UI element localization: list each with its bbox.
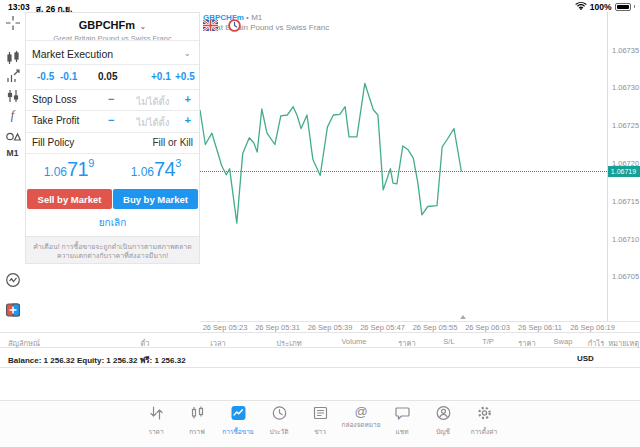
fill-policy-value: Fill or Kill	[152, 137, 193, 148]
col-swap: Swap	[554, 337, 573, 346]
price-chart[interactable]: GBPCHFm • M1 Great Britain Pound vs Swis…	[200, 12, 640, 330]
symbol-name: GBPCHFm	[79, 19, 135, 31]
accounts-icon	[435, 405, 451, 425]
price-axis-line	[607, 12, 608, 321]
col-tp: T/P	[482, 337, 494, 346]
chat-icon	[394, 405, 410, 425]
volume-stepper: -0.5 -0.1 0.05 +0.1 +0.5	[26, 64, 199, 89]
sell-price: 1.06719	[26, 157, 112, 181]
current-price-line	[200, 171, 607, 172]
tab-history[interactable]: ประวัติ	[259, 405, 300, 437]
order-type-value: Market Execution	[32, 48, 113, 60]
trade-icon	[230, 405, 246, 425]
x-axis-tick: 26 Sep 05:23	[203, 323, 248, 332]
signals-icon[interactable]	[0, 271, 25, 289]
y-axis-tick: 1.06725	[612, 121, 639, 130]
buy-price: 1.06743	[113, 157, 199, 181]
x-axis-tick: 26 Sep 05:31	[255, 323, 300, 332]
order-panel: GBPCHFm ⌄ Great Britain Pound vs Swiss F…	[25, 12, 200, 264]
x-axis-tick: 26 Sep 06:19	[570, 323, 615, 332]
metaquotes-logo-icon[interactable]	[0, 301, 25, 319]
tab-chart[interactable]: กราฟ	[177, 405, 218, 437]
tab-quotes[interactable]: ราคา	[136, 405, 177, 437]
take-profit-label: Take Profit	[32, 115, 79, 126]
current-bar-marker-icon	[460, 315, 466, 319]
chart-icon	[189, 405, 205, 425]
chart-event-flags	[203, 19, 241, 32]
candlestick-icon[interactable]	[0, 49, 25, 67]
stop-loss-minus-button[interactable]: −	[108, 93, 114, 105]
battery-icon	[615, 3, 631, 11]
function-indicator-icon[interactable]: f	[0, 106, 25, 124]
battery-nub	[634, 5, 636, 8]
chevron-down-icon: ⌄	[139, 22, 146, 31]
stop-loss-field[interactable]: ไม่ได้ตั้ง	[122, 94, 184, 109]
buy-button[interactable]: Buy by Market	[113, 189, 198, 209]
stop-loss-label: Stop Loss	[32, 94, 76, 105]
tab-news[interactable]: ข่าว	[300, 405, 341, 437]
volume-dec-large-button[interactable]: -0.5	[37, 71, 54, 82]
uk-flag-icon	[203, 20, 218, 31]
bid-ask-prices: 1.06719 1.06743	[26, 153, 199, 189]
account-currency: USD	[577, 354, 594, 363]
x-axis-tick: 26 Sep 05:47	[360, 323, 405, 332]
battery-percent: 100%	[590, 2, 612, 12]
timeframe-button[interactable]: M1	[0, 144, 25, 162]
account-balance-summary: Balance: 1 256.32 Equity: 1 256.32 ฟรี: …	[8, 354, 186, 367]
wifi-icon	[575, 1, 587, 12]
status-bar: 13:03 ส. 26 ก.ย. 100%	[0, 0, 640, 12]
objects-icon[interactable]	[0, 125, 25, 143]
y-axis-tick: 1.06730	[612, 83, 639, 92]
take-profit-minus-button[interactable]: −	[108, 114, 114, 126]
fill-policy-selector[interactable]: Fill Policy Fill or Kill	[26, 132, 199, 153]
market-execution-warning: คำเตือน! การซื้อขายจะถูกดำเนินการตามสภาพ…	[26, 236, 199, 264]
time-axis-line	[200, 321, 640, 322]
x-axis-tick: 26 Sep 06:03	[465, 323, 510, 332]
account-summary-row: Balance: 1 256.32 Equity: 1 256.32 ฟรี: …	[0, 348, 640, 368]
volume-dec-small-button[interactable]: -0.1	[60, 71, 77, 82]
tab-mailbox[interactable]: @ กล่องจดหมาย	[341, 405, 382, 437]
tab-accounts[interactable]: บัญชี	[423, 405, 464, 437]
crosshair-icon[interactable]	[0, 14, 25, 32]
x-axis-tick: 26 Sep 06:11	[518, 323, 562, 332]
tab-chat[interactable]: แชท	[382, 405, 423, 437]
y-axis-tick: 1.06705	[612, 272, 639, 281]
take-profit-plus-button[interactable]: +	[185, 114, 191, 126]
chart-canvas[interactable]	[200, 12, 607, 321]
chevron-down-icon: ⌄	[183, 48, 191, 58]
take-profit-field[interactable]: ไม่ได้ตั้ง	[122, 115, 184, 130]
col-volume: Volume	[341, 337, 366, 346]
news-icon	[312, 405, 328, 425]
x-axis-tick: 26 Sep 05:39	[308, 323, 353, 332]
order-type-selector[interactable]: Market Execution ⌄	[26, 41, 199, 64]
mailbox-icon: @	[354, 405, 367, 418]
history-icon	[271, 405, 287, 425]
indicators-chart-icon[interactable]	[0, 67, 25, 85]
sell-button[interactable]: Sell by Market	[27, 189, 112, 209]
symbol-selector[interactable]: GBPCHFm ⌄ Great Britain Pound vs Swiss F…	[26, 15, 199, 43]
volume-inc-small-button[interactable]: +0.1	[151, 71, 171, 82]
volume-inc-large-button[interactable]: +0.5	[175, 71, 195, 82]
bottom-tab-bar: ราคา กราฟ การซื้อขาย ประวัติ ข่าว @ กล่อ…	[0, 400, 640, 447]
cancel-button[interactable]: ยกเลิก	[26, 209, 199, 236]
col-sl: S/L	[443, 337, 454, 346]
stop-loss-plus-button[interactable]: +	[185, 93, 191, 105]
y-axis-tick: 1.06710	[612, 235, 639, 244]
positions-table-header: สัญลักษณ์ ตั๋ว เวลา ประเภท Volume ราคา S…	[0, 332, 640, 348]
volume-value[interactable]: 0.05	[98, 71, 117, 82]
settings-icon	[476, 405, 492, 425]
y-axis-tick: 1.06720	[612, 159, 639, 168]
quotes-icon	[148, 405, 164, 425]
y-axis-tick: 1.06735	[612, 46, 639, 55]
fill-policy-label: Fill Policy	[32, 137, 74, 148]
sliders-icon[interactable]	[0, 87, 25, 105]
stop-loss-row: Stop Loss − ไม่ได้ตั้ง +	[26, 89, 199, 110]
take-profit-row: Take Profit − ไม่ได้ตั้ง +	[26, 110, 199, 131]
tab-settings[interactable]: การตั้งค่า	[464, 405, 505, 437]
x-axis-tick: 26 Sep 05:55	[413, 323, 458, 332]
event-clock-icon	[228, 19, 241, 32]
y-axis-tick: 1.06715	[612, 197, 639, 206]
tab-trade[interactable]: การซื้อขาย	[218, 405, 259, 437]
